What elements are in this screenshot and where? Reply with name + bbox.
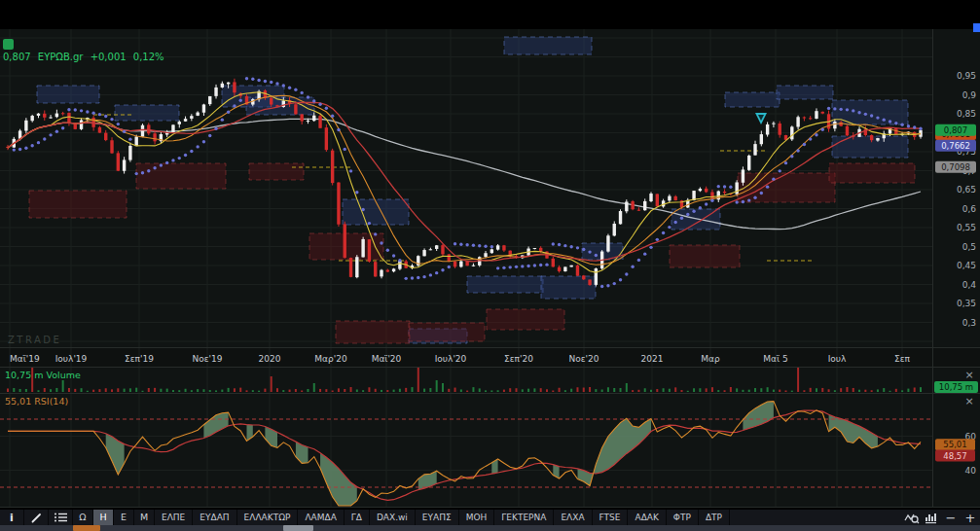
scrollbar-thumb-1[interactable]: [283, 525, 313, 531]
ticker-tab-ΓΕΚΤΕΡΝΑ[interactable]: ΓΕΚΤΕΡΝΑ: [494, 510, 554, 525]
symbol-legend[interactable]: 0,807 ΕΥΡΩΒ.gr +0,001 0,12%: [3, 52, 168, 62]
svg-text:Σεπ'20: Σεπ'20: [504, 354, 533, 364]
svg-text:Σεπ'19: Σεπ'19: [125, 354, 154, 364]
symbol-logo-chip: [3, 39, 14, 50]
ticker-tab-ΕΛΠΕ[interactable]: ΕΛΠΕ: [155, 510, 193, 525]
zoom-in-button[interactable]: +: [961, 510, 980, 525]
ticker-tab-ΦΤΡ[interactable]: ΦΤΡ: [667, 510, 699, 525]
chart-search-icon[interactable]: [902, 510, 922, 525]
svg-text:2020: 2020: [259, 354, 281, 364]
scrollbar-thumb-0[interactable]: [73, 525, 100, 531]
svg-text:0,95: 0,95: [957, 71, 976, 81]
interval-buttons: ΩΗΕΜ: [73, 510, 155, 525]
svg-text:55,01: 55,01: [943, 440, 966, 449]
rsi-value: 55,01: [5, 396, 31, 407]
interval-button-Μ[interactable]: Μ: [134, 510, 155, 525]
ticker-tab-ΔΤΡ[interactable]: ΔΤΡ: [699, 510, 730, 525]
ticker-tab-ΜΟΗ[interactable]: ΜΟΗ: [459, 510, 495, 525]
ticker-tab-ΓΔ[interactable]: ΓΔ: [345, 510, 370, 525]
interval-button-Ω[interactable]: Ω: [73, 510, 93, 525]
volume-value: 10,75 m: [5, 370, 43, 380]
toolbar-spacer: [730, 510, 902, 525]
volume-close-icon[interactable]: ×: [962, 370, 976, 381]
svg-text:0,7662: 0,7662: [941, 141, 970, 151]
svg-text:2021: 2021: [641, 354, 664, 364]
ticker-tab-ΕΛΛΑΚΤΩΡ[interactable]: ΕΛΛΑΚΤΩΡ: [237, 510, 299, 525]
ticker-tab-ΕΥΑΠΣ[interactable]: ΕΥΑΠΣ: [416, 510, 459, 525]
svg-text:Μαρ'20: Μαρ'20: [314, 354, 347, 364]
svg-text:Νοε'20: Νοε'20: [568, 354, 599, 364]
svg-text:48,57: 48,57: [943, 451, 966, 461]
svg-text:0,3: 0,3: [962, 318, 976, 328]
svg-text:Ιουλ'20: Ιουλ'20: [435, 354, 467, 364]
chart-canvas[interactable]: 0,950,90,850,80,750,70,650,60,550,50,450…: [0, 0, 980, 508]
ticker-tab-ΛΑΜΔΑ[interactable]: ΛΑΜΔΑ: [298, 510, 344, 525]
interval-button-Ε[interactable]: Ε: [114, 510, 134, 525]
pencil-icon[interactable]: [24, 510, 49, 525]
ticker-tab-DAX.wi[interactable]: DAX.wi: [370, 510, 416, 525]
svg-text:0,9: 0,9: [962, 90, 977, 100]
svg-text:0,35: 0,35: [957, 299, 976, 308]
svg-text:Ιουλ: Ιουλ: [828, 354, 847, 364]
horizontal-scrollbar[interactable]: [0, 525, 980, 531]
info-icon[interactable]: i: [0, 510, 24, 525]
svg-text:ZTRADE: ZTRADE: [8, 335, 61, 345]
trading-app: 0,950,90,850,80,750,70,650,60,550,50,450…: [0, 0, 980, 531]
ticker-tab-ΕΥΔΑΠ[interactable]: ΕΥΔΑΠ: [193, 510, 236, 525]
watchlist-icon[interactable]: [49, 510, 73, 525]
interval-button-Η[interactable]: Η: [93, 510, 114, 525]
svg-text:10,75 m: 10,75 m: [939, 382, 973, 392]
bottom-toolbar: i ΩΗΕΜ ΕΛΠΕΕΥΔΑΠΕΛΛΑΚΤΩΡΛΑΜΔΑΓΔDAX.wiΕΥΑ…: [0, 509, 980, 525]
svg-text:Μαϊ'19: Μαϊ'19: [10, 354, 40, 364]
rsi-pane-label: 55,01 RSI(14): [5, 396, 68, 407]
ticker-tab-ΑΔΑΚ[interactable]: ΑΔΑΚ: [628, 510, 666, 525]
svg-text:Μαϊ'20: Μαϊ'20: [372, 354, 402, 364]
svg-text:0,6: 0,6: [962, 204, 977, 214]
svg-text:0,45: 0,45: [957, 261, 976, 270]
svg-text:0,807: 0,807: [944, 125, 967, 135]
volume-pane-label: 10,75 m Volume: [5, 370, 81, 380]
svg-text:Μαϊ 5: Μαϊ 5: [763, 354, 787, 364]
svg-text:0,7098: 0,7098: [941, 162, 970, 172]
rsi-close-icon[interactable]: ×: [962, 396, 976, 407]
svg-text:0,55: 0,55: [957, 223, 976, 232]
price-change: +0,001: [91, 52, 127, 62]
svg-text:Ιουλ'19: Ιουλ'19: [55, 354, 88, 364]
goto-realtime-button[interactable]: [973, 23, 980, 32]
svg-text:Νοε'19: Νοε'19: [192, 354, 222, 364]
svg-text:0,85: 0,85: [957, 109, 976, 119]
watermark: ZTRADE: [8, 335, 61, 345]
svg-text:0,5: 0,5: [962, 242, 976, 252]
volume-name: Volume: [47, 370, 81, 380]
symbol-name: ΕΥΡΩΒ.gr: [38, 52, 84, 62]
zoom-out-button[interactable]: −: [941, 510, 961, 525]
svg-text:Μαρ: Μαρ: [701, 354, 720, 364]
svg-text:40: 40: [965, 466, 977, 476]
ticker-tabs: ΕΛΠΕΕΥΔΑΠΕΛΛΑΚΤΩΡΛΑΜΔΑΓΔDAX.wiΕΥΑΠΣΜΟΗΓΕ…: [155, 510, 730, 525]
price-change-pct: 0,12%: [133, 52, 164, 62]
svg-text:0,65: 0,65: [957, 185, 976, 195]
rsi-name: RSI(14): [34, 396, 68, 407]
svg-text:0,4: 0,4: [962, 280, 977, 290]
histogram-icon[interactable]: [922, 510, 941, 525]
svg-text:Σεπ: Σεπ: [894, 354, 911, 364]
ticker-tab-FTSE[interactable]: FTSE: [593, 510, 629, 525]
ticker-tab-ΕΛΧΑ[interactable]: ΕΛΧΑ: [554, 510, 592, 525]
last-price: 0,807: [3, 52, 31, 62]
